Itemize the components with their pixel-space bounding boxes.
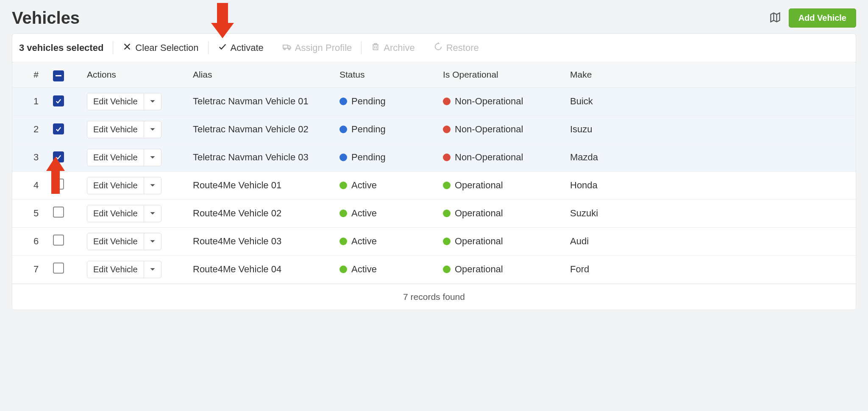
row-number: 3 [19,152,53,163]
row-number: 4 [19,180,53,191]
status-cell: Active [339,208,443,219]
map-icon[interactable] [769,11,781,25]
col-alias: Alias [193,70,339,80]
alias-cell: Teletrac Navman Vehicle 01 [193,96,339,107]
clear-selection-button[interactable]: Clear Selection [113,42,208,54]
status-dot-icon [339,98,347,105]
col-num: # [19,70,53,80]
svg-point-8 [284,48,285,50]
status-cell: Pending [339,124,443,135]
row-checkbox[interactable] [53,95,64,106]
status-cell: Active [339,236,443,247]
trash-icon [371,42,380,54]
operational-dot-icon [443,210,451,217]
edit-vehicle-label[interactable]: Edit Vehicle [87,261,144,278]
restore-button[interactable]: Restore [424,42,488,54]
edit-vehicle-caret[interactable] [144,177,161,194]
assign-profile-button[interactable]: Assign Profile [273,42,362,54]
edit-vehicle-label[interactable]: Edit Vehicle [87,233,144,250]
edit-vehicle-label[interactable]: Edit Vehicle [87,149,144,166]
edit-vehicle-caret[interactable] [144,121,161,138]
edit-vehicle-caret[interactable] [144,93,161,110]
operational-text: Operational [455,180,503,191]
row-checkbox[interactable] [53,179,64,190]
alias-cell: Route4Me Vehicle 04 [193,264,339,275]
edit-vehicle-caret[interactable] [144,149,161,166]
alias-cell: Route4Me Vehicle 03 [193,236,339,247]
alias-cell: Teletrac Navman Vehicle 03 [193,152,339,163]
operational-dot-icon [443,98,451,105]
activate-button[interactable]: Activate [209,42,273,54]
operational-text: Non-Operational [455,124,523,135]
make-cell: Isuzu [570,124,663,135]
row-number: 6 [19,236,53,247]
row-checkbox[interactable] [53,151,64,162]
operational-cell: Non-Operational [443,96,570,107]
status-text: Active [351,264,377,275]
row-checkbox[interactable] [53,207,64,218]
operational-text: Operational [455,264,503,275]
edit-vehicle-button[interactable]: Edit Vehicle [87,205,161,222]
edit-vehicle-caret[interactable] [144,261,161,278]
make-cell: Buick [570,96,663,107]
operational-dot-icon [443,154,451,161]
row-number: 1 [19,96,53,107]
selected-count: 3 vehicles selected [19,42,113,53]
status-text: Pending [351,124,386,135]
operational-dot-icon [443,126,451,133]
table-row: 7Edit VehicleRoute4Me Vehicle 04ActiveOp… [12,256,856,284]
operational-cell: Operational [443,264,570,275]
select-all-checkbox[interactable] [53,70,64,81]
status-text: Active [351,208,377,219]
operational-text: Operational [455,236,503,247]
make-cell: Honda [570,180,663,191]
edit-vehicle-label[interactable]: Edit Vehicle [87,177,144,194]
edit-vehicle-button[interactable]: Edit Vehicle [87,149,161,166]
edit-vehicle-button[interactable]: Edit Vehicle [87,121,161,138]
status-cell: Pending [339,152,443,163]
table-row: 6Edit VehicleRoute4Me Vehicle 03ActiveOp… [12,228,856,256]
operational-dot-icon [443,238,451,245]
table-row: 3Edit VehicleTeletrac Navman Vehicle 03P… [12,144,856,172]
table-row: 4Edit VehicleRoute4Me Vehicle 01ActiveOp… [12,172,856,200]
row-number: 2 [19,124,53,135]
archive-label: Archive [384,42,415,53]
archive-button[interactable]: Archive [362,42,424,54]
status-dot-icon [339,210,347,217]
row-checkbox[interactable] [53,123,64,134]
col-make: Make [570,70,663,80]
status-cell: Pending [339,96,443,107]
status-dot-icon [339,154,347,161]
alias-cell: Route4Me Vehicle 01 [193,180,339,191]
row-checkbox[interactable] [53,235,64,246]
records-found: 7 records found [12,284,856,310]
table-row: 1Edit VehicleTeletrac Navman Vehicle 01P… [12,88,856,116]
operational-cell: Operational [443,236,570,247]
edit-vehicle-button[interactable]: Edit Vehicle [87,233,161,250]
operational-dot-icon [443,182,451,189]
row-number: 7 [19,264,53,275]
edit-vehicle-button[interactable]: Edit Vehicle [87,93,161,110]
svg-marker-2 [771,13,779,22]
alias-cell: Teletrac Navman Vehicle 02 [193,124,339,135]
svg-point-9 [288,48,290,50]
edit-vehicle-button[interactable]: Edit Vehicle [87,261,161,278]
row-number: 5 [19,208,53,219]
clear-selection-label: Clear Selection [135,42,198,53]
close-icon [122,42,132,54]
row-checkbox[interactable] [53,263,64,274]
col-actions: Actions [87,70,193,80]
edit-vehicle-label[interactable]: Edit Vehicle [87,121,144,138]
restore-label: Restore [446,42,479,53]
edit-vehicle-label[interactable]: Edit Vehicle [87,205,144,222]
edit-vehicle-caret[interactable] [144,205,161,222]
edit-vehicle-caret[interactable] [144,233,161,250]
add-vehicle-button[interactable]: Add Vehicle [789,8,856,28]
status-text: Active [351,236,377,247]
operational-dot-icon [443,266,451,273]
edit-vehicle-button[interactable]: Edit Vehicle [87,177,161,194]
assign-profile-label: Assign Profile [295,42,352,53]
edit-vehicle-label[interactable]: Edit Vehicle [87,93,144,110]
col-operational: Is Operational [443,70,570,80]
operational-cell: Operational [443,208,570,219]
